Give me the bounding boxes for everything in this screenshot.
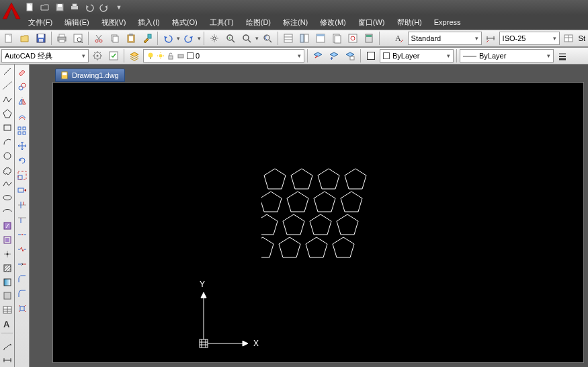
- zoom-realtime-icon[interactable]: +: [223, 31, 238, 46]
- chamfer-icon[interactable]: [15, 272, 29, 286]
- app-logo[interactable]: [1, 1, 22, 22]
- workspace-dropdown[interactable]: AutoCAD 经典 ▾: [1, 49, 89, 63]
- ellipse-icon[interactable]: [1, 192, 14, 204]
- color-control-icon[interactable]: [364, 48, 378, 63]
- print-icon[interactable]: [69, 2, 81, 13]
- calculator-icon[interactable]: [362, 31, 376, 46]
- menu-edit[interactable]: 编辑(E): [59, 16, 95, 29]
- stretch-icon[interactable]: [15, 184, 29, 197]
- rotate-icon[interactable]: [15, 154, 29, 167]
- open-file-icon[interactable]: [17, 31, 32, 46]
- new-file-icon[interactable]: [1, 31, 16, 46]
- menu-draw[interactable]: 绘图(D): [241, 16, 276, 29]
- undo-dropdown-icon[interactable]: ▾: [177, 35, 180, 42]
- revision-cloud-icon[interactable]: [1, 163, 14, 176]
- zoom-dropdown-icon[interactable]: ▾: [255, 35, 259, 42]
- fillet-icon[interactable]: [15, 287, 29, 300]
- polygon-icon[interactable]: [1, 108, 14, 120]
- layer-previous-icon[interactable]: [327, 48, 341, 63]
- markup-icon[interactable]: [345, 31, 360, 46]
- undo-btn-icon[interactable]: [161, 31, 175, 46]
- scale-icon[interactable]: [15, 169, 29, 182]
- document-tab[interactable]: Drawing1.dwg: [55, 69, 125, 82]
- mtext-icon[interactable]: A: [1, 318, 14, 331]
- redo-icon[interactable]: [98, 2, 110, 13]
- menu-express[interactable]: Express: [429, 17, 466, 28]
- ellipse-arc-icon[interactable]: [1, 206, 14, 218]
- copy-icon[interactable]: [108, 31, 122, 46]
- workspace-settings-icon[interactable]: [90, 48, 105, 63]
- make-block-icon[interactable]: [1, 234, 14, 247]
- match-properties-icon[interactable]: [140, 31, 155, 46]
- erase-icon[interactable]: [15, 65, 29, 79]
- line-icon[interactable]: [1, 65, 14, 78]
- array-icon[interactable]: [15, 124, 29, 138]
- copy-obj-icon[interactable]: [15, 80, 29, 93]
- open-icon[interactable]: [39, 2, 51, 13]
- workspace-save-icon[interactable]: [106, 48, 121, 63]
- cut-icon[interactable]: [91, 31, 106, 46]
- break-icon[interactable]: [15, 243, 29, 256]
- break-at-point-icon[interactable]: [15, 228, 29, 241]
- rectangle-icon[interactable]: [1, 122, 14, 134]
- text-style-icon[interactable]: A: [392, 31, 407, 46]
- join-icon[interactable]: [15, 257, 29, 271]
- menu-tools[interactable]: 工具(T): [204, 16, 239, 29]
- paste-icon[interactable]: [124, 31, 138, 46]
- tool-palettes-icon[interactable]: [313, 31, 328, 46]
- offset-icon[interactable]: [15, 110, 29, 123]
- lineweight-settings-icon[interactable]: [555, 48, 570, 63]
- spline-icon[interactable]: [1, 177, 14, 190]
- undo-icon[interactable]: [83, 2, 95, 13]
- dim-linear-icon[interactable]: [1, 354, 14, 366]
- arc-icon[interactable]: [1, 135, 14, 148]
- polyline-icon[interactable]: [1, 93, 14, 106]
- table-style-icon[interactable]: [561, 31, 576, 46]
- plot-preview-icon[interactable]: [71, 31, 85, 46]
- properties-icon[interactable]: [281, 31, 296, 46]
- sheet-set-icon[interactable]: [329, 31, 344, 46]
- save-icon[interactable]: [54, 2, 66, 13]
- point-icon[interactable]: [1, 247, 14, 260]
- zoom-window-icon[interactable]: [239, 31, 254, 46]
- text-style-dropdown[interactable]: Standard▾: [408, 32, 482, 45]
- layer-dropdown[interactable]: 0 ▾: [143, 49, 304, 63]
- zoom-previous-icon[interactable]: [260, 31, 275, 46]
- insert-block-icon[interactable]: [1, 220, 14, 233]
- circle-icon[interactable]: [1, 149, 14, 162]
- explode-icon[interactable]: [15, 302, 29, 315]
- lineweight-dropdown[interactable]: ByLayer▾: [460, 49, 554, 63]
- design-center-icon[interactable]: [297, 31, 312, 46]
- menu-modify[interactable]: 修改(M): [314, 16, 351, 29]
- move-icon[interactable]: [15, 139, 29, 153]
- menu-dimension[interactable]: 标注(N): [278, 16, 313, 29]
- trim-icon[interactable]: [15, 198, 29, 212]
- qat-dropdown-icon[interactable]: ▼: [113, 2, 125, 13]
- hatch-icon[interactable]: [1, 261, 14, 274]
- extend-icon[interactable]: [15, 213, 29, 227]
- mirror-icon[interactable]: [15, 95, 29, 108]
- dim-style-icon[interactable]: [483, 31, 498, 46]
- dim-aligned-icon[interactable]: [1, 339, 14, 352]
- menu-insert[interactable]: 插入(I): [132, 16, 165, 29]
- redo-dropdown-icon[interactable]: ▾: [198, 35, 201, 42]
- drawing-canvas[interactable]: X Y: [52, 82, 584, 363]
- layer-make-current-icon[interactable]: [310, 48, 325, 63]
- color-dropdown[interactable]: ByLayer▾: [380, 49, 454, 63]
- dim-style-dropdown[interactable]: ISO-25▾: [499, 32, 560, 45]
- menu-window[interactable]: 窗口(W): [353, 16, 390, 29]
- layer-states-icon[interactable]: [343, 48, 358, 63]
- construction-line-icon[interactable]: [1, 79, 14, 92]
- gradient-icon[interactable]: [1, 276, 14, 288]
- redo-btn-icon[interactable]: [181, 31, 196, 46]
- menu-view[interactable]: 视图(V): [96, 16, 132, 29]
- save-file-icon[interactable]: [34, 31, 48, 46]
- pan-icon[interactable]: [207, 31, 222, 46]
- menu-file[interactable]: 文件(F): [23, 16, 58, 29]
- menu-help[interactable]: 帮助(H): [392, 16, 427, 29]
- menu-format[interactable]: 格式(O): [167, 16, 203, 29]
- layer-properties-icon[interactable]: [127, 48, 142, 63]
- print-btn-icon[interactable]: [54, 31, 69, 46]
- new-icon[interactable]: [24, 2, 36, 13]
- region-icon[interactable]: [1, 290, 14, 302]
